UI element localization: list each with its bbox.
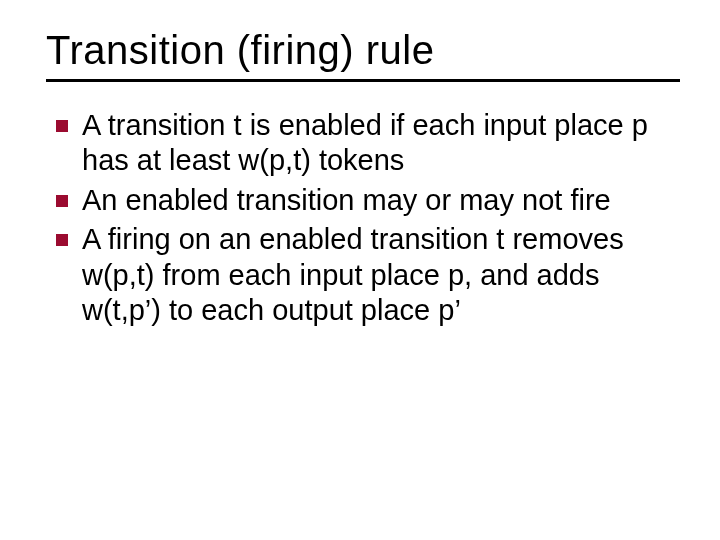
list-item: A firing on an enabled transition t remo… bbox=[56, 222, 670, 328]
square-bullet-icon bbox=[56, 234, 68, 246]
list-item: A transition t is enabled if each input … bbox=[56, 108, 670, 179]
slide: Transition (firing) rule A transition t … bbox=[0, 0, 720, 540]
list-item: An enabled transition may or may not fir… bbox=[56, 183, 670, 218]
bullet-text: An enabled transition may or may not fir… bbox=[82, 183, 670, 218]
slide-title: Transition (firing) rule bbox=[46, 28, 680, 73]
title-underline bbox=[46, 79, 680, 82]
bullet-text: A transition t is enabled if each input … bbox=[82, 108, 670, 179]
bullet-list: A transition t is enabled if each input … bbox=[56, 108, 670, 328]
square-bullet-icon bbox=[56, 120, 68, 132]
square-bullet-icon bbox=[56, 195, 68, 207]
bullet-text: A firing on an enabled transition t remo… bbox=[82, 222, 670, 328]
